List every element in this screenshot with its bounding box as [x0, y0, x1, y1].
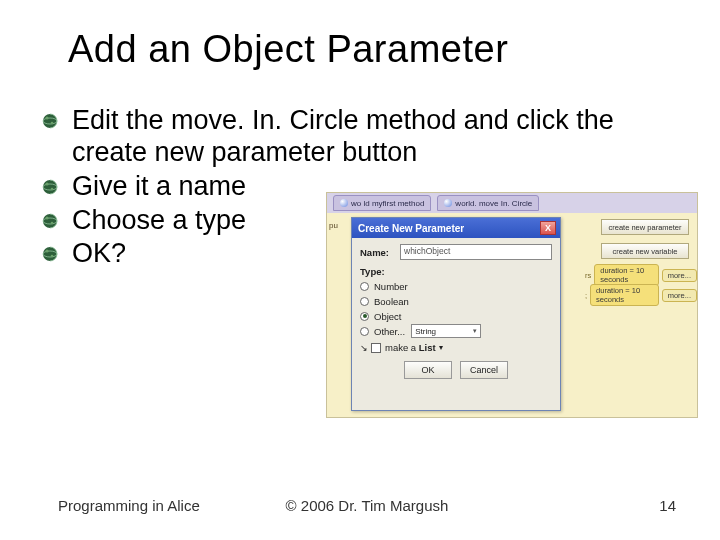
bullet-item: Edit the move. In. Circle method and cli…	[38, 105, 696, 169]
radio-other[interactable]: Other... String ▾	[360, 324, 552, 338]
svg-point-11	[51, 221, 54, 224]
tab-moveincircle[interactable]: world. move In. Circle	[437, 195, 539, 211]
radio-number[interactable]: Number	[360, 279, 552, 293]
svg-point-7	[51, 187, 54, 190]
cancel-button[interactable]: Cancel	[460, 361, 508, 379]
method-tabs: wo ld myfirst method world. move In. Cir…	[327, 193, 697, 213]
bullet-text: Choose a type	[72, 205, 246, 235]
chevron-down-icon: ▾	[473, 327, 477, 335]
name-field[interactable]: whichObject	[400, 244, 552, 260]
row-prefix: rs	[585, 271, 591, 280]
footer-center: © 2006 Dr. Tim Margush	[264, 497, 470, 514]
select-value: String	[415, 327, 436, 336]
create-new-parameter-dialog: Create New Parameter X Name: whichObject…	[351, 217, 561, 411]
radio-label: Boolean	[374, 296, 409, 307]
tab-label: world. move In. Circle	[455, 199, 532, 208]
globe-icon	[42, 246, 58, 262]
footer-left: Programming in Alice	[58, 497, 264, 514]
other-type-select[interactable]: String ▾	[411, 324, 481, 338]
make-list-row: ↘ make a List ▾	[360, 342, 552, 353]
svg-point-3	[51, 122, 54, 125]
alice-screenshot: wo ld myfirst method world. move In. Cir…	[326, 192, 698, 418]
bullet-text: Give it a name	[72, 171, 246, 201]
chevron-down-icon: ▾	[439, 343, 443, 352]
list-word: List	[419, 342, 436, 353]
close-icon[interactable]: X	[540, 221, 556, 235]
truncated-label: pu	[329, 221, 338, 230]
svg-point-15	[51, 255, 54, 258]
svg-point-14	[45, 250, 48, 253]
sphere-icon	[444, 199, 452, 207]
globe-icon	[42, 179, 58, 195]
radio-object[interactable]: Object	[360, 309, 552, 323]
type-label: Type:	[360, 266, 552, 277]
svg-point-10	[45, 216, 48, 219]
dialog-title-text: Create New Parameter	[358, 223, 464, 234]
slide-title: Add an Object Parameter	[0, 0, 720, 71]
row-prefix: ;	[585, 291, 587, 300]
dialog-body: Name: whichObject Type: Number Boolean O…	[352, 238, 560, 385]
make-list-checkbox[interactable]	[371, 343, 381, 353]
duration-tag[interactable]: duration = 10 seconds	[590, 284, 659, 306]
duration-tag[interactable]: duration = 10 seconds	[594, 264, 658, 286]
sphere-icon	[340, 199, 348, 207]
radio-label: Object	[374, 311, 401, 322]
globe-icon	[42, 213, 58, 229]
make-list-label: make a	[385, 342, 416, 353]
more-tag[interactable]: more...	[662, 289, 697, 302]
instruction-row: ; duration = 10 seconds more...	[585, 287, 697, 303]
arrow-icon: ↘	[360, 343, 368, 353]
footer-page-number: 14	[470, 497, 682, 514]
svg-point-2	[45, 116, 48, 119]
more-tag[interactable]: more...	[662, 269, 697, 282]
radio-label: Number	[374, 281, 408, 292]
tab-myfirstmethod[interactable]: wo ld myfirst method	[333, 195, 431, 211]
create-new-parameter-button[interactable]: create new parameter	[601, 219, 689, 235]
instruction-row: rs duration = 10 seconds more...	[585, 267, 697, 283]
radio-label: Other...	[374, 326, 405, 337]
globe-icon	[42, 113, 58, 129]
ok-button[interactable]: OK	[404, 361, 452, 379]
tab-label: wo ld myfirst method	[351, 199, 424, 208]
slide-footer: Programming in Alice © 2006 Dr. Tim Marg…	[0, 497, 720, 514]
bullet-text: OK?	[72, 238, 126, 268]
dialog-titlebar: Create New Parameter X	[352, 218, 560, 238]
create-new-variable-button[interactable]: create new variable	[601, 243, 689, 259]
radio-boolean[interactable]: Boolean	[360, 294, 552, 308]
svg-point-6	[45, 182, 48, 185]
bullet-text: Edit the move. In. Circle method and cli…	[72, 105, 614, 167]
name-label: Name:	[360, 247, 400, 258]
